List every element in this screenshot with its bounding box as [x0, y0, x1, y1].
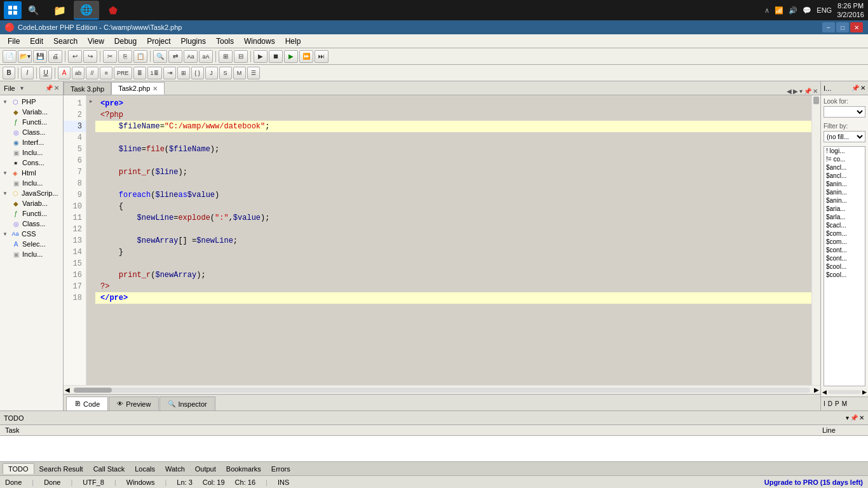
- rp-lookfor-input[interactable]: [824, 106, 865, 118]
- tb-indent[interactable]: ⊞: [219, 50, 233, 63]
- tb-run[interactable]: ▶: [254, 50, 268, 63]
- taskbar-file-explorer[interactable]: 📁: [47, 1, 72, 20]
- tb-debug-play[interactable]: ▶: [284, 50, 298, 63]
- tree-html-include[interactable]: ▣ Inclu...: [1, 178, 62, 188]
- tb-btn-ext1[interactable]: aA: [199, 50, 213, 63]
- fmt-italic[interactable]: I: [21, 67, 34, 79]
- menu-debug[interactable]: Debug: [109, 36, 142, 47]
- fmt-code[interactable]: { }: [191, 67, 204, 79]
- rp-list-hscroll[interactable]: ◀ ▶: [821, 388, 868, 396]
- tb-cut[interactable]: ✂: [103, 50, 117, 63]
- rp-item-2[interactable]: $ancl...: [824, 163, 865, 172]
- tab-nav-next[interactable]: ▶: [793, 88, 798, 95]
- menu-search[interactable]: Search: [48, 36, 83, 47]
- rp-item-9[interactable]: $cacl...: [824, 221, 865, 229]
- bpt-bookmarks[interactable]: Bookmarks: [221, 464, 266, 474]
- rp-item-6[interactable]: $anin...: [824, 196, 865, 205]
- editor-hscroll[interactable]: ◀ ▶: [64, 385, 820, 394]
- menu-help[interactable]: Help: [280, 36, 306, 47]
- fmt-snippet[interactable]: J: [205, 67, 218, 79]
- fmt-align[interactable]: ≡: [100, 67, 112, 79]
- tb-paste[interactable]: 📋: [133, 50, 147, 63]
- btab-code[interactable]: 🖹 Code: [66, 396, 108, 410]
- tree-css-selector[interactable]: A Selec...: [1, 239, 62, 249]
- bpt-watch[interactable]: Watch: [160, 464, 190, 474]
- menu-plugins[interactable]: Plugins: [176, 36, 211, 47]
- tb-search-all[interactable]: Aa: [184, 50, 198, 63]
- tb-print[interactable]: 🖨: [48, 50, 62, 63]
- tb-outdent[interactable]: ⊟: [234, 50, 248, 63]
- rp-filterby-select[interactable]: (no fill...: [824, 131, 865, 142]
- todo-dropdown[interactable]: ▾: [846, 414, 849, 421]
- rp-tab-p[interactable]: P: [835, 400, 839, 407]
- tree-js-class[interactable]: ◎ Class...: [1, 219, 62, 229]
- tb-undo[interactable]: ↩: [68, 50, 82, 63]
- rp-item-0[interactable]: ! logi...: [824, 147, 865, 155]
- fmt-list[interactable]: ≣: [133, 67, 146, 79]
- tab-task3[interactable]: Task 3.php: [64, 82, 111, 95]
- close-button[interactable]: ✕: [850, 22, 863, 32]
- tb-save[interactable]: 💾: [33, 50, 47, 63]
- fold-10[interactable]: ▸: [86, 98, 95, 104]
- rp-item-14[interactable]: $cool...: [824, 262, 865, 271]
- taskbar-chevron[interactable]: ∧: [764, 6, 770, 15]
- menu-file[interactable]: File: [3, 36, 25, 47]
- status-upgrade[interactable]: Upgrade to PRO (15 days left): [764, 478, 863, 486]
- tree-css[interactable]: ▼ Aa CSS: [1, 229, 62, 239]
- rp-item-10[interactable]: $com...: [824, 229, 865, 238]
- tree-css-include[interactable]: ▣ Inclu...: [1, 249, 62, 259]
- tree-php[interactable]: ▼ ⬡ PHP: [1, 97, 62, 107]
- menu-tools[interactable]: Tools: [211, 36, 239, 47]
- fmt-highlight[interactable]: ab: [72, 67, 85, 79]
- rp-item-3[interactable]: $ancl...: [824, 172, 865, 180]
- taskbar-search-icon[interactable]: 🔍: [24, 1, 42, 19]
- rp-tab-m[interactable]: M: [842, 400, 847, 407]
- rp-pin[interactable]: 📌: [851, 85, 859, 92]
- tb-copy[interactable]: ⎘: [118, 50, 132, 63]
- code-content[interactable]: <pre> <?php $fileName = "C:/wamp/www/dat…: [95, 95, 811, 385]
- tb-find[interactable]: 🔍: [153, 50, 167, 63]
- rp-item-1[interactable]: != co...: [824, 155, 865, 163]
- tree-php-variables[interactable]: ◆ Variab...: [1, 107, 62, 117]
- rp-tab-i[interactable]: I: [824, 400, 825, 407]
- rp-hscroll-left[interactable]: ◀: [822, 389, 827, 395]
- minimize-button[interactable]: −: [822, 22, 835, 32]
- file-panel-close[interactable]: ✕: [54, 85, 59, 92]
- tree-js-var[interactable]: ◆ Variab...: [1, 198, 62, 208]
- rp-item-7[interactable]: $aria...: [824, 205, 865, 213]
- fmt-indent[interactable]: ⇥: [163, 67, 176, 79]
- tb-new[interactable]: 📄: [3, 50, 17, 63]
- rp-item-11[interactable]: $com...: [824, 238, 865, 246]
- rp-item-15[interactable]: $cool...: [824, 271, 865, 279]
- todo-close[interactable]: ✕: [859, 414, 864, 421]
- btab-inspector[interactable]: 🔍 Inspector: [159, 396, 215, 410]
- taskbar-app3[interactable]: ⬟: [100, 1, 126, 20]
- fmt-color[interactable]: A: [58, 67, 71, 79]
- tab-task2-close[interactable]: ✕: [153, 85, 158, 92]
- rp-item-13[interactable]: $cont...: [824, 254, 865, 262]
- bpt-locals[interactable]: Locals: [130, 464, 160, 474]
- tb-stop[interactable]: ⏹: [269, 50, 283, 63]
- maximize-button[interactable]: □: [836, 22, 849, 32]
- fmt-comment[interactable]: //: [86, 67, 98, 79]
- tree-php-functions[interactable]: ƒ Functi...: [1, 117, 62, 127]
- hscroll-right[interactable]: ▶: [813, 386, 820, 393]
- rp-tab-d[interactable]: D: [828, 400, 832, 407]
- tab-nav-dropdown[interactable]: ▾: [799, 88, 803, 95]
- rp-item-8[interactable]: $arla...: [824, 213, 865, 221]
- fmt-misc1[interactable]: M: [233, 67, 246, 79]
- fmt-pre[interactable]: PRE: [114, 67, 132, 79]
- fmt-underline[interactable]: U: [39, 67, 52, 79]
- editor-scrollbar-v[interactable]: [811, 95, 820, 385]
- menu-edit[interactable]: Edit: [25, 36, 48, 47]
- rp-close[interactable]: ✕: [860, 85, 865, 92]
- tab-close-all[interactable]: ✕: [813, 88, 818, 95]
- tab-task2[interactable]: Task2.php ✕: [111, 82, 165, 95]
- rp-suggestions-list[interactable]: ! logi... != co... $ancl... $ancl... $an…: [824, 146, 865, 386]
- tree-php-class[interactable]: ◎ Class...: [1, 127, 62, 137]
- tb-step[interactable]: ⏩: [299, 50, 313, 63]
- start-button[interactable]: [4, 1, 22, 19]
- file-panel-pin[interactable]: 📌: [45, 85, 53, 92]
- rp-item-5[interactable]: $anin...: [824, 188, 865, 196]
- tree-php-include[interactable]: ▣ Inclu...: [1, 147, 62, 158]
